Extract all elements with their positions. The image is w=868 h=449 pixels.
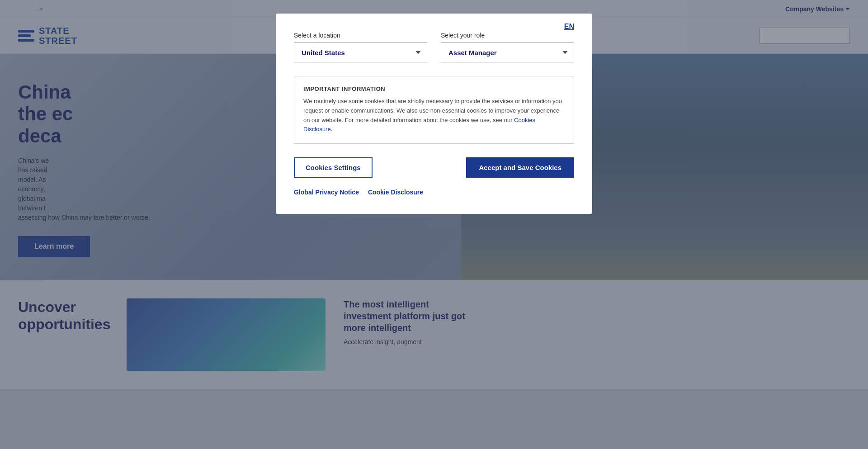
cookie-disclosure-link[interactable]: Cookie Disclosure (368, 189, 423, 196)
accept-cookies-button[interactable]: Accept and Save Cookies (466, 157, 574, 178)
selectors-row: Select a location United States United K… (294, 32, 574, 62)
location-group: Select a location United States United K… (294, 32, 427, 62)
modal-overlay: EN Select a location United States Unite… (0, 0, 868, 449)
global-privacy-notice-link[interactable]: Global Privacy Notice (294, 189, 359, 196)
role-dropdown-wrapper: Asset Manager Institutional Investor Fin… (441, 43, 574, 62)
cookies-settings-button[interactable]: Cookies Settings (294, 157, 373, 178)
language-selector[interactable]: EN (564, 23, 574, 31)
modal-dialog: EN Select a location United States Unite… (276, 14, 592, 214)
location-label: Select a location (294, 32, 427, 39)
location-dropdown[interactable]: United States United Kingdom Canada Aust… (294, 43, 427, 62)
modal-footer-links: Global Privacy Notice Cookie Disclosure (294, 189, 574, 196)
buttons-row: Cookies Settings Accept and Save Cookies (294, 157, 574, 178)
role-label: Select your role (441, 32, 574, 39)
info-title: IMPORTANT INFORMATION (303, 85, 565, 92)
role-group: Select your role Asset Manager Instituti… (441, 32, 574, 62)
info-box: IMPORTANT INFORMATION We routinely use s… (294, 76, 574, 144)
info-text: We routinely use some cookies that are s… (303, 97, 565, 134)
role-dropdown[interactable]: Asset Manager Institutional Investor Fin… (441, 43, 574, 62)
location-dropdown-wrapper: United States United Kingdom Canada Aust… (294, 43, 427, 62)
